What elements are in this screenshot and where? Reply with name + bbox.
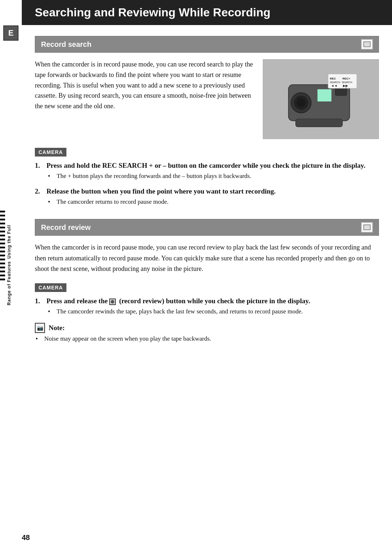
step-2-sub: • The camcorder returns to record pause … [48, 198, 379, 206]
content-area: Record search When the camcorder is in r… [22, 36, 392, 363]
sidebar-line [0, 247, 5, 248]
svg-rect-7 [317, 89, 332, 102]
record-review-icon [361, 222, 373, 232]
sidebar-line [0, 239, 5, 240]
sidebar-line [0, 255, 5, 256]
page-number: 48 [22, 533, 30, 542]
sidebar-label-2: Range of Features [7, 261, 12, 305]
svg-rect-5 [335, 88, 347, 96]
left-sidebar: E [0, 0, 22, 552]
record-search-body: When the camcorder is in record pause mo… [35, 59, 254, 139]
camera-badge-2: CAMERA [35, 283, 66, 292]
record-review-header: Record review [35, 219, 379, 236]
sidebar-line [0, 275, 5, 276]
sidebar-line [0, 263, 5, 264]
section-header-icon [361, 39, 373, 49]
sidebar-line [0, 251, 5, 252]
step-1-sub: • The + button plays the recording forwa… [48, 172, 379, 180]
note-section: 📷 Note: • Noise may appear on the screen… [35, 323, 379, 343]
record-review-title: Record review [41, 223, 91, 232]
step-1-main: 1. Press and hold the REC SEARCH + or – … [35, 162, 379, 170]
sidebar-line [0, 223, 5, 224]
section-icon-inner [363, 41, 371, 47]
svg-rect-6 [296, 119, 343, 127]
bullet-text-1: The + button plays the recording forward… [57, 172, 251, 180]
svg-text:▶▶: ▶▶ [343, 84, 348, 88]
step-2-main: 2. Release the button when you find the … [35, 187, 379, 195]
sidebar-line [0, 215, 5, 216]
note-header: 📷 Note: [35, 323, 379, 333]
note-bullet-dot: • [36, 335, 41, 343]
review-bullet-dot-1: • [48, 308, 54, 316]
bullet-text-2: The camcorder returns to record pause mo… [57, 198, 168, 206]
svg-text:SEARCH: SEARCH [330, 81, 340, 84]
note-heading-text: Note: [49, 324, 65, 332]
step-2: 2. Release the button when you find the … [35, 187, 379, 206]
review-bullet-1: • The camcorder rewinds the tape, plays … [48, 308, 379, 316]
camcorder-image: REC SEARCH REC+ SEARCH ◄◄ ▶▶ [263, 59, 379, 139]
review-step-1-main: 1. Press and release the (record review)… [35, 297, 379, 305]
sidebar-line [0, 211, 5, 212]
step-1: 1. Press and hold the REC SEARCH + or – … [35, 162, 379, 180]
bullet-item-2: • The camcorder returns to record pause … [48, 198, 379, 206]
bullet-dot-1: • [48, 172, 54, 180]
svg-text:◄◄: ◄◄ [331, 84, 338, 88]
svg-text:REC: REC [330, 77, 336, 80]
camera-badge-1: CAMERA [35, 148, 66, 157]
record-review-button-icon [109, 299, 116, 305]
note-text-content: Noise may appear on the screen when you … [44, 335, 211, 343]
bullet-item-1: • The + button plays the recording forwa… [48, 172, 379, 180]
sidebar-line [0, 279, 5, 280]
review-bullet-text-1: The camcorder rewinds the tape, plays ba… [57, 308, 303, 316]
review-step-1-num: 1. [35, 297, 44, 305]
page-title: Searching and Reviewing While Recording [35, 6, 379, 19]
sidebar-line [0, 227, 5, 228]
sidebar-line [0, 231, 5, 232]
step-2-num: 2. [35, 187, 44, 195]
note-icon: 📷 [35, 323, 45, 333]
record-search-header: Record search [35, 36, 379, 53]
bullet-dot-2: • [48, 198, 54, 206]
camcorder-svg: REC SEARCH REC+ SEARCH ◄◄ ▶▶ [263, 60, 379, 139]
sidebar-letter: E [3, 25, 19, 41]
step-1-text: Press and hold the REC SEARCH + or – but… [46, 162, 366, 170]
step-1-num: 1. [35, 162, 44, 170]
note-content: • Noise may appear on the screen when yo… [36, 335, 379, 343]
sidebar-rotated-label: Using the Full Range of Features [0, 211, 21, 334]
svg-point-4 [297, 98, 306, 107]
review-step-1: 1. Press and release the (record review)… [35, 297, 379, 316]
sidebar-line [0, 271, 5, 272]
record-search-layout: When the camcorder is in record pause mo… [35, 59, 379, 139]
sidebar-line [0, 243, 5, 244]
record-search-section: Record search When the camcorder is in r… [35, 36, 379, 206]
sidebar-line [0, 219, 5, 220]
svg-text:SEARCH: SEARCH [342, 81, 352, 84]
review-step-1-sub: • The camcorder rewinds the tape, plays … [48, 308, 379, 316]
svg-text:REC+: REC+ [342, 77, 350, 80]
sidebar-line [0, 259, 5, 260]
sidebar-lines [0, 211, 6, 280]
record-review-icon-inner [363, 224, 371, 230]
sidebar-line [0, 235, 5, 236]
main-title-bar: Searching and Reviewing While Recording [22, 0, 392, 25]
sidebar-label-1: Using the Full [7, 225, 12, 259]
record-search-title: Record search [41, 40, 91, 49]
record-review-body: When the camcorder is in record pause mo… [35, 242, 379, 275]
camcorder-graphic: REC SEARCH REC+ SEARCH ◄◄ ▶▶ [263, 60, 379, 139]
review-step-1-text: Press and release the (record review) bu… [46, 297, 310, 305]
record-review-section: Record review When the camcorder is in r… [35, 219, 379, 343]
sidebar-line [0, 267, 5, 268]
step-2-text: Release the button when you find the poi… [46, 187, 276, 195]
page-wrapper: E [0, 0, 392, 552]
